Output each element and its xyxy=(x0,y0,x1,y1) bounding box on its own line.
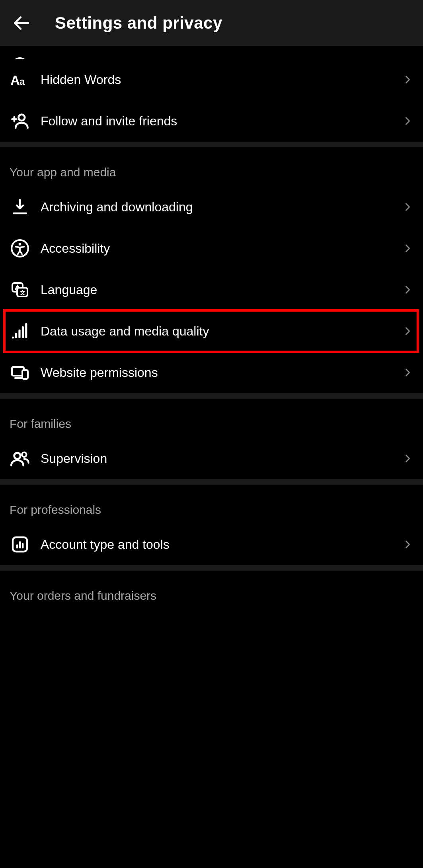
accessibility-icon xyxy=(10,238,30,259)
section-divider xyxy=(0,565,423,571)
section-header: For families xyxy=(0,399,423,438)
chevron-right-icon xyxy=(402,538,413,550)
back-button[interactable] xyxy=(10,11,33,35)
section-header: For professionals xyxy=(0,485,423,524)
clock-icon xyxy=(10,55,30,59)
devices-icon xyxy=(10,362,30,383)
insights-icon xyxy=(10,534,30,555)
settings-item-accessibility[interactable]: Accessibility xyxy=(0,228,423,269)
settings-item-limited-interactions[interactable]: Limited interactions xyxy=(0,46,423,59)
chevron-right-icon xyxy=(402,453,413,464)
page-title: Settings and privacy xyxy=(55,14,222,33)
settings-item-label: Website permissions xyxy=(41,365,402,380)
download-icon xyxy=(10,197,30,217)
add-person-icon xyxy=(10,111,30,131)
settings-item-follow-invite[interactable]: Follow and invite friends xyxy=(0,100,423,142)
settings-item-hidden-words[interactable]: Hidden Words xyxy=(0,59,423,100)
settings-item-account-type[interactable]: Account type and tools xyxy=(0,524,423,565)
settings-item-language[interactable]: Language xyxy=(0,269,423,310)
chevron-right-icon xyxy=(402,201,413,213)
settings-item-supervision[interactable]: Supervision xyxy=(0,438,423,479)
chevron-right-icon xyxy=(402,242,413,254)
settings-item-label: Language xyxy=(41,283,402,297)
section-header: Your orders and fundraisers xyxy=(0,571,423,610)
section-professionals: For professionals Account type and tools xyxy=(0,485,423,565)
section-divider xyxy=(0,393,423,399)
chevron-right-icon xyxy=(402,74,413,86)
back-arrow-icon xyxy=(12,13,31,33)
header-bar: Settings and privacy xyxy=(0,0,423,46)
settings-item-label: Data usage and media quality xyxy=(41,324,402,339)
chevron-right-icon xyxy=(402,284,413,296)
settings-item-label: Accessibility xyxy=(41,241,402,256)
people-icon xyxy=(10,448,30,469)
settings-item-label: Follow and invite friends xyxy=(41,114,402,129)
chevron-right-icon xyxy=(402,325,413,337)
chevron-right-icon xyxy=(402,367,413,378)
section-app-media: Your app and media Archiving and downloa… xyxy=(0,147,423,393)
bars-icon xyxy=(10,321,30,341)
chevron-right-icon xyxy=(402,115,413,127)
section-families: For families Supervision xyxy=(0,399,423,479)
aa-icon xyxy=(10,69,30,90)
section-header: Your app and media xyxy=(0,147,423,186)
settings-item-label: Hidden Words xyxy=(41,72,402,87)
section-orders: Your orders and fundraisers xyxy=(0,571,423,610)
translate-icon xyxy=(10,279,30,300)
settings-item-label: Supervision xyxy=(41,451,402,466)
settings-item-archiving[interactable]: Archiving and downloading xyxy=(0,186,423,228)
settings-item-website-permissions[interactable]: Website permissions xyxy=(0,352,423,393)
section-divider xyxy=(0,479,423,485)
section-top: Limited interactions Hidden Words Follow… xyxy=(0,46,423,142)
settings-item-data-usage[interactable]: Data usage and media quality xyxy=(0,310,423,352)
section-divider xyxy=(0,142,423,147)
settings-item-label: Account type and tools xyxy=(41,537,402,552)
settings-item-label: Archiving and downloading xyxy=(41,200,402,215)
